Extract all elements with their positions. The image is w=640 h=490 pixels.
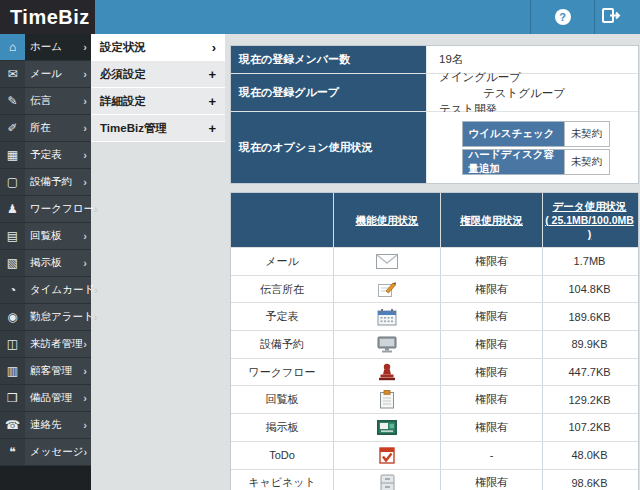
table-row: 予定表 権限有 189.6KB: [231, 302, 638, 330]
chevron-right-icon: ›: [83, 230, 87, 242]
groups-label: 現在の登録グループ: [231, 74, 427, 111]
permission-usage-header-link[interactable]: 権限使用状況: [440, 193, 542, 247]
location-icon: ✐: [0, 115, 25, 141]
submenu-item-settings-status[interactable]: 設定状況 ›: [91, 34, 225, 61]
sidebar-item-customer[interactable]: ▥ 顧客管理›: [0, 358, 91, 385]
chevron-right-icon: ›: [83, 149, 87, 161]
sidebar-item-contacts[interactable]: ☎ 連絡先›: [0, 412, 91, 439]
sidebar-item-mail[interactable]: ✉ メール›: [0, 61, 91, 88]
circular-icon: ▤: [0, 223, 25, 249]
table-row: ToDo - 48.0KB: [231, 441, 638, 469]
members-label: 現在の登録メンバー数: [231, 46, 427, 73]
table-row: キャビネット 権限有 98.6KB: [231, 469, 638, 490]
table-row: 掲示板 権限有 107.2KB: [231, 413, 638, 441]
sidebar-item-visitor[interactable]: ◫ 来訪者管理›: [0, 331, 91, 358]
calendar-app-icon: [333, 303, 440, 330]
home-icon: ⌂: [0, 34, 25, 60]
submenu-item-detail-settings[interactable]: 詳細設定 +: [91, 88, 225, 115]
table-row: 現在の登録グループ メイングループテストグループ テスト開発: [231, 74, 638, 112]
empty-header-cell: [231, 193, 333, 247]
table-row: メール 権限有 1.7MB: [231, 247, 638, 275]
chevron-right-icon: ›: [83, 122, 87, 134]
sidebar-item-schedule[interactable]: ▦ 予定表›: [0, 142, 91, 169]
options-value: ウイルスチェック 未契約 ハードディスク容量追加 未契約: [427, 112, 638, 183]
plus-icon: +: [208, 67, 216, 82]
sidebar-item-equipment[interactable]: ▢ 設備予約›: [0, 169, 91, 196]
help-button[interactable]: ?: [530, 0, 594, 34]
submenu-item-timebiz-admin[interactable]: TimeBiz管理 +: [91, 115, 225, 142]
calendar-icon: ▦: [0, 142, 25, 168]
chevron-right-icon: ›: [94, 203, 98, 215]
chevron-right-icon: ›: [83, 338, 87, 350]
usage-table-header: 機能使用状況 権限使用状況 データ使用状況 ( 25.1MB/100.0MB ): [231, 193, 638, 247]
memo-icon: ✎: [0, 88, 25, 114]
bulletin-icon: ▧: [0, 250, 25, 276]
plus-icon: +: [208, 94, 216, 109]
sidebar-item-circular[interactable]: ▤ 回覧板›: [0, 223, 91, 250]
chevron-right-icon: ›: [83, 95, 87, 107]
table-row: ワークフロー 権限有 447.7KB: [231, 358, 638, 386]
option-row-hdd-add: ハードディスク容量追加 未契約: [462, 149, 610, 175]
chevron-right-icon: ›: [83, 419, 87, 431]
todo-app-icon: [333, 442, 440, 469]
option-row-virus-check: ウイルスチェック 未契約: [462, 121, 610, 147]
table-row: 設備予約 権限有 89.9KB: [231, 330, 638, 358]
contacts-icon: ☎: [0, 412, 25, 438]
plus-icon: +: [208, 121, 216, 136]
chevron-right-icon: ›: [83, 41, 87, 53]
help-icon: ?: [555, 9, 571, 25]
mail-icon: ✉: [0, 61, 25, 87]
workflow-icon: ♟: [0, 196, 25, 222]
sidebar-item-workflow[interactable]: ♟ ワークフロー›: [0, 196, 91, 223]
chevron-right-icon: ›: [83, 257, 87, 269]
board-app-icon: [333, 414, 440, 441]
monitor-app-icon: [333, 331, 440, 358]
chevron-right-icon: ›: [83, 68, 87, 80]
sidebar-item-message[interactable]: ❝ メッセージ›: [0, 439, 91, 466]
supplies-icon: ❒: [0, 385, 25, 411]
table-row: 現在のオプション使用状況 ウイルスチェック 未契約 ハードディスク容量追加 未契…: [231, 112, 638, 183]
chevron-right-icon: ›: [94, 311, 98, 323]
sidebar-item-timecard[interactable]: ◔ タイムカード›: [0, 277, 91, 304]
home-submenu: 設定状況 › 必須設定 + 詳細設定 + TimeBiz管理 +: [91, 34, 225, 142]
chevron-right-icon: ›: [94, 284, 98, 296]
groups-value: メイングループテストグループ テスト開発: [427, 74, 638, 111]
usage-table: 機能使用状況 権限使用状況 データ使用状況 ( 25.1MB/100.0MB )…: [230, 192, 639, 490]
logout-button[interactable]: [594, 0, 640, 34]
alert-icon: ◉: [0, 304, 25, 330]
workflow-app-icon: [333, 359, 440, 386]
sidebar-item-home[interactable]: ⌂ ホーム›: [0, 34, 91, 61]
customer-icon: ▥: [0, 358, 25, 384]
chevron-right-icon: ›: [83, 176, 87, 188]
clipboard-app-icon: [333, 386, 440, 413]
sidebar-item-memo[interactable]: ✎ 伝言›: [0, 88, 91, 115]
sidebar-item-supplies[interactable]: ❒ 備品管理›: [0, 385, 91, 412]
main-content: 現在の登録メンバー数 19名 現在の登録グループ メイングループテストグループ …: [225, 34, 640, 490]
status-badge: 未契約: [564, 121, 610, 147]
table-row: 回覧板 権限有 129.2KB: [231, 385, 638, 413]
sidebar-nav: ⌂ ホーム› ✉ メール› ✎ 伝言› ✐ 所在› ▦ 予定表› ▢ 設備予約›…: [0, 34, 91, 466]
sidebar-footer: [0, 466, 91, 490]
timebiz-logo: TimeBiz: [0, 0, 95, 34]
data-usage-header-link[interactable]: データ使用状況 ( 25.1MB/100.0MB ): [542, 193, 636, 247]
chevron-right-icon: ›: [83, 446, 87, 458]
table-row: 伝言所在 権限有 104.8KB: [231, 275, 638, 303]
chevron-right-icon: ›: [212, 40, 216, 55]
timecard-icon: ◔: [0, 277, 25, 303]
status-badge: 未契約: [564, 149, 610, 175]
sidebar-item-alert[interactable]: ◉ 勤怠アラート›: [0, 304, 91, 331]
submenu-item-required-settings[interactable]: 必須設定 +: [91, 61, 225, 88]
function-usage-header-link[interactable]: 機能使用状況: [333, 193, 440, 247]
message-icon: ❝: [0, 439, 25, 465]
sidebar-item-bulletin[interactable]: ▧ 掲示板›: [0, 250, 91, 277]
app-header: TimeBiz ?: [0, 0, 640, 34]
chevron-right-icon: ›: [83, 365, 87, 377]
sidebar-item-location[interactable]: ✐ 所在›: [0, 115, 91, 142]
cabinet-app-icon: [333, 470, 440, 490]
mail-app-icon: [333, 248, 440, 275]
equipment-icon: ▢: [0, 169, 25, 195]
chevron-right-icon: ›: [83, 392, 87, 404]
memo-app-icon: [333, 276, 440, 303]
status-table: 現在の登録メンバー数 19名 現在の登録グループ メイングループテストグループ …: [230, 45, 639, 184]
options-label: 現在のオプション使用状況: [231, 112, 427, 183]
